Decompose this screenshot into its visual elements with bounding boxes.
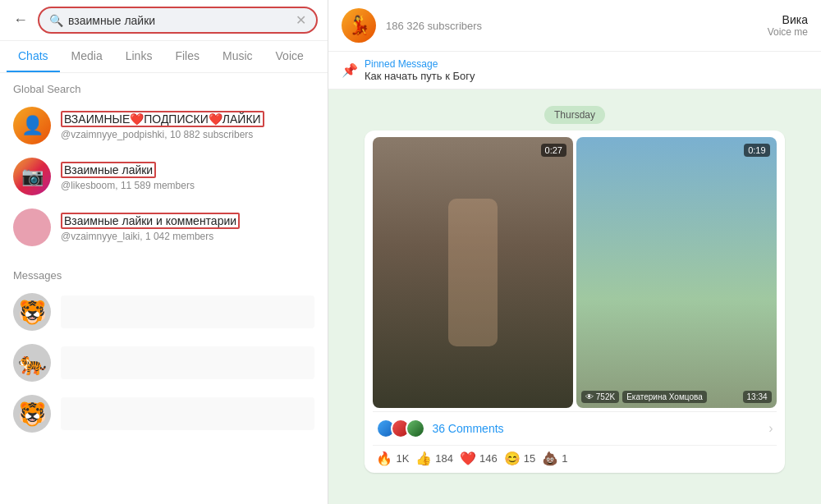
search-bar: ← 🔍 ✕ — [0, 0, 328, 41]
search-result-1[interactable]: 👤 ВЗАИМНЫЕ❤️ПОДПИСКИ❤️ЛАЙКИ @vzaimnyye_p… — [0, 100, 328, 151]
poop-emoji: 💩 — [542, 451, 558, 466]
panel-content: Global Search 👤 ВЗАИМНЫЕ❤️ПОДПИСКИ❤️ЛАЙК… — [0, 73, 328, 504]
smile-count: 15 — [524, 452, 535, 465]
search-result-2[interactable]: 📷 Взаимные лайки @likesboom, 11 589 memb… — [0, 151, 328, 202]
reaction-fire[interactable]: 🔥 1K — [376, 451, 409, 466]
comment-avatars — [376, 419, 420, 438]
poop-count: 1 — [562, 452, 567, 465]
back-button[interactable]: ← — [10, 8, 31, 32]
reactions-row: 🔥 1K 👍 184 ❤️ 146 😊 15 💩 1 — [373, 445, 776, 466]
media-row: 0:27 0:19 👁 752K Екатерина Хомцова — [373, 137, 776, 408]
smile-emoji: 😊 — [504, 451, 521, 466]
message-item-2[interactable]: 🐅 — [0, 337, 328, 388]
reaction-smile[interactable]: 😊 15 — [504, 451, 535, 466]
left-panel: ← 🔍 ✕ Chats Media Links Files Music Voic… — [0, 0, 328, 504]
reaction-heart[interactable]: ❤️ 146 — [460, 451, 498, 466]
result-name-2: Взаимные лайки — [61, 162, 156, 178]
message-avatar-2: 🐅 — [13, 344, 51, 382]
result-info-2: Взаимные лайки @likesboom, 11 589 member… — [61, 162, 314, 191]
pinned-label: Pinned Message — [365, 58, 475, 70]
tab-music[interactable]: Music — [211, 41, 264, 72]
user-name: Вика — [768, 13, 808, 26]
day-label: Thursday — [342, 106, 808, 124]
tab-chats[interactable]: Chats — [7, 41, 60, 72]
clear-search-button[interactable]: ✕ — [296, 12, 306, 28]
tab-media[interactable]: Media — [60, 41, 114, 72]
reaction-poop[interactable]: 💩 1 — [542, 451, 567, 466]
result-sub-2: @likesboom, 11 589 members — [61, 180, 314, 191]
message-item-3[interactable]: 🐯 — [0, 388, 328, 439]
video-thumbnail-1[interactable]: 0:27 — [373, 137, 573, 408]
search-input[interactable] — [68, 14, 291, 27]
result-sub-1: @vzaimnyye_podpishki, 10 882 subscribers — [61, 129, 314, 140]
tab-voice[interactable]: Voice — [264, 41, 315, 72]
tab-links[interactable]: Links — [114, 41, 164, 72]
video-time: 13:34 — [743, 391, 772, 403]
thumbsup-emoji: 👍 — [415, 451, 432, 466]
fire-count: 1K — [396, 452, 409, 465]
comments-label: 36 Comments — [432, 422, 768, 435]
pinned-message[interactable]: 📌 Pinned Message Как начать путь к Богу — [328, 52, 821, 89]
chevron-right-icon: › — [768, 421, 773, 436]
search-result-3[interactable]: Взаимные лайки и комментарии @vzaimnyye_… — [0, 202, 328, 253]
message-bubble: 0:27 0:19 👁 752K Екатерина Хомцова — [365, 131, 784, 473]
video-duration-1: 0:27 — [541, 144, 566, 157]
video-views: 👁 752K — [581, 391, 619, 403]
message-item-1[interactable]: 🐯 — [0, 286, 328, 337]
result-avatar-3 — [13, 208, 51, 246]
user-status: Voice me — [768, 26, 808, 38]
reaction-thumbsup[interactable]: 👍 184 — [415, 451, 453, 466]
day-badge: Thursday — [544, 106, 605, 124]
result-name-3: Взаимные лайки и комментарии — [61, 213, 240, 229]
result-info-1: ВЗАИМНЫЕ❤️ПОДПИСКИ❤️ЛАЙКИ @vzaimnyye_pod… — [61, 111, 314, 140]
messages-title: Messages — [0, 259, 328, 286]
result-sub-3: @vzaimnyye_laiki, 1 042 members — [61, 231, 314, 242]
user-info: Вика Voice me — [768, 13, 808, 38]
thumbsup-count: 184 — [435, 452, 453, 465]
comments-row[interactable]: 36 Comments › — [373, 411, 776, 445]
heart-count: 146 — [479, 452, 498, 465]
channel-info: 186 326 subscribers — [386, 20, 758, 32]
result-avatar-1: 👤 — [13, 107, 51, 144]
result-avatar-2: 📷 — [13, 158, 51, 195]
right-panel: 💃 186 326 subscribers Вика Voice me 📌 Pi… — [328, 0, 821, 504]
message-avatar-1: 🐯 — [13, 293, 51, 331]
pinned-icon: 📌 — [342, 62, 358, 78]
global-search-title: Global Search — [0, 73, 328, 100]
comment-avatar-3 — [406, 419, 425, 438]
video-author: Екатерина Хомцова — [622, 391, 707, 403]
pinned-text: Как начать путь к Богу — [365, 70, 475, 82]
tab-bar: Chats Media Links Files Music Voice — [0, 41, 328, 73]
channel-header: 💃 186 326 subscribers Вика Voice me — [328, 0, 821, 52]
heart-emoji: ❤️ — [460, 451, 476, 466]
message-avatar-3: 🐯 — [13, 395, 51, 433]
fire-emoji: 🔥 — [376, 451, 392, 466]
video-inner-2: 0:19 — [576, 137, 777, 408]
search-input-wrap: 🔍 ✕ — [38, 7, 318, 34]
channel-avatar: 💃 — [342, 8, 376, 43]
video-duration-2: 0:19 — [744, 144, 769, 157]
channel-subscribers: 186 326 subscribers — [386, 20, 758, 32]
search-icon: 🔍 — [49, 14, 63, 27]
messages-section: Messages 🐯 🐅 🐯 — [0, 259, 328, 439]
chat-area: Thursday 0:27 0:19 — [328, 89, 821, 504]
result-info-3: Взаимные лайки и комментарии @vzaimnyye_… — [61, 213, 314, 242]
result-name-1: ВЗАИМНЫЕ❤️ПОДПИСКИ❤️ЛАЙКИ — [61, 111, 264, 127]
tab-files[interactable]: Files — [163, 41, 211, 72]
video-inner-1: 0:27 — [373, 137, 573, 408]
video-thumbnail-2[interactable]: 0:19 👁 752K Екатерина Хомцова 13:34 — [576, 137, 777, 408]
